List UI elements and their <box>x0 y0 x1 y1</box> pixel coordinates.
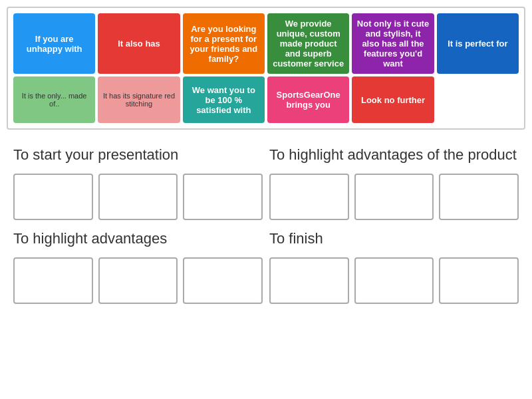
drop-zone-1-2[interactable] <box>439 174 519 220</box>
drop-zone-3-0[interactable] <box>269 257 349 304</box>
card-1[interactable]: It also has <box>98 13 180 74</box>
card-grid: If you are unhappy withIt also hasAre yo… <box>13 13 519 123</box>
category-label-3: To finish <box>269 227 519 251</box>
category-label-2: To highlight advantages <box>13 227 263 251</box>
card-7[interactable]: It has its signature red stitching <box>98 76 180 123</box>
drop-zone-0-0[interactable] <box>13 174 93 220</box>
category-block-2: To highlight advantages <box>13 227 263 304</box>
drop-zone-row-0 <box>13 174 263 220</box>
category-block-0: To start your presentation <box>13 143 263 220</box>
drop-zone-3-1[interactable] <box>354 257 434 304</box>
drop-zone-2-0[interactable] <box>13 257 93 304</box>
top-section: If you are unhappy withIt also hasAre yo… <box>7 7 525 130</box>
card-5[interactable]: It is perfect for <box>437 13 519 74</box>
drop-zone-row-3 <box>269 257 519 304</box>
drop-zone-1-1[interactable] <box>354 174 434 220</box>
card-6[interactable]: It is the only... made of.. <box>13 76 95 123</box>
card-3[interactable]: We provide unique, custom made product a… <box>267 13 349 74</box>
drop-zone-0-2[interactable] <box>183 174 263 220</box>
card-4[interactable]: Not only is it cute and stylish, it also… <box>352 13 434 74</box>
category-label-1: To highlight advantages of the product <box>269 143 519 167</box>
drop-zone-2-1[interactable] <box>98 257 178 304</box>
drop-zone-row-2 <box>13 257 263 304</box>
category-block-3: To finish <box>269 227 519 304</box>
category-block-1: To highlight advantages of the product <box>269 143 519 220</box>
drop-zone-3-2[interactable] <box>439 257 519 304</box>
drop-zone-row-1 <box>269 174 519 220</box>
category-label-0: To start your presentation <box>13 143 263 167</box>
bottom-section: To start your presentationTo highlight a… <box>7 143 525 304</box>
card-0[interactable]: If you are unhappy with <box>13 13 95 74</box>
drop-zone-0-1[interactable] <box>98 174 178 220</box>
drop-zone-2-2[interactable] <box>183 257 263 304</box>
card-2[interactable]: Are you looking for a present for your f… <box>183 13 265 74</box>
card-9[interactable]: SportsGearOne brings you <box>267 76 349 123</box>
drop-zone-1-0[interactable] <box>269 174 349 220</box>
card-10[interactable]: Look no further <box>352 76 434 123</box>
card-8[interactable]: We want you to be 100 % satisfied with <box>183 76 265 123</box>
